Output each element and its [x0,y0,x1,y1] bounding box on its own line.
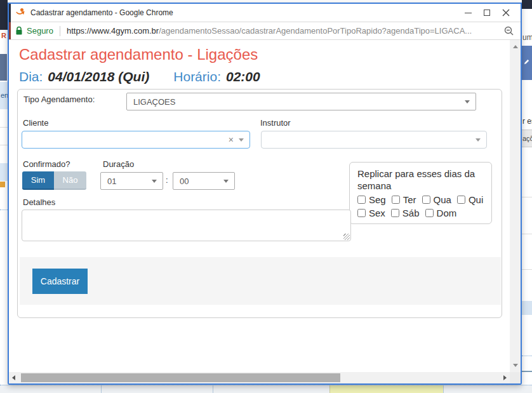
detalhes-label: Detalhes [23,197,55,208]
detalhes-textarea[interactable] [22,210,351,241]
close-icon [502,9,510,17]
background-page-bottom [0,385,532,393]
dia-dom-checkbox[interactable] [425,209,434,217]
duracao-hours-select[interactable]: 01 [100,172,163,190]
background-header-block [0,54,7,81]
clear-selection-icon[interactable]: × [229,135,234,144]
background-blue-header [522,46,532,80]
dia-dom-label: Dom [437,208,457,218]
dia-sex: Sex [357,208,385,218]
minimize-icon [465,13,472,13]
dia-value: 04/01/2018 (Qui) [48,69,149,84]
window-titlebar[interactable]: Cadastrar agendamento - Google Chrome [9,4,521,22]
duracao-separator: : [166,175,168,185]
confirmado-no-button[interactable]: Não [54,171,86,190]
confirmado-toggle: Sim Não [22,171,86,190]
scroll-down-icon[interactable] [513,364,518,367]
tipo-agendamento-value: LIGAÇOES [127,97,465,107]
form-footer: Cadastrar [20,257,501,305]
security-label: Seguro [27,26,53,36]
dia-qui-label: Qui [469,194,483,205]
instrutor-select[interactable] [261,131,487,149]
appointment-form-panel: Tipo Agendamento: LIGAÇOES Cliente × Ins… [17,89,502,318]
dia-seg: Seg [357,194,386,205]
duracao-label: Duração [103,159,134,170]
confirmado-yes-button[interactable]: Sim [22,171,54,190]
page-title: Cadastrar agendamento - Ligações [19,46,258,63]
dia-dom: Dom [425,208,457,218]
site-favicon-icon [15,8,25,18]
dia-ter: Ter [392,194,416,205]
dia-qua-label: Qua [434,194,451,205]
background-text-fragment: ent [1,91,8,99]
tipo-agendamento-select[interactable]: LIGAÇOES [126,93,476,110]
instrutor-label: Instrutor [260,118,291,128]
chevron-down-icon [239,138,244,142]
background-text-fragment: açõ [522,135,532,142]
dia-qua: Qua [422,194,451,205]
dias-row-1: Seg Ter Qua Qui [357,194,491,205]
dia-ter-label: Ter [403,194,416,205]
background-orange-block [0,182,5,187]
window-edge-artifact [9,4,11,22]
close-button[interactable] [496,5,515,20]
dia-label: Dia: [19,69,43,84]
dia-qui: Qui [457,194,483,205]
dia-seg-checkbox[interactable] [357,196,366,204]
background-text-fragment: r es [522,117,532,126]
vertical-scrollbar[interactable] [510,40,521,372]
background-gray-box: açõ [522,130,532,147]
dia-qua-checkbox[interactable] [422,196,430,204]
chevron-down-icon [152,180,157,183]
background-column-line [213,385,213,393]
horizontal-scrollbar[interactable] [9,372,510,383]
scrollbar-corner [510,372,521,383]
background-row-line [522,234,532,234]
window-edge-artifact [9,22,11,39]
dia-qui-checkbox[interactable] [457,196,465,204]
appointment-datetime: Dia: 04/01/2018 (Qui) Horário: 02:00 [19,69,260,84]
url-domain: https://www.4gym.com.br [67,26,159,36]
url-bar[interactable]: Seguro https://www.4gym.com.br/agendamen… [9,22,521,40]
replicar-dias-box: Replicar para esses dias da semana Seg T… [349,162,492,224]
horizontal-scrollbar-thumb[interactable] [21,373,340,382]
tipo-agendamento-label: Tipo Agendamento: [23,95,95,105]
window-title: Cadastrar agendamento - Google Chrome [30,8,173,17]
cliente-select[interactable]: × [22,131,250,149]
maximize-button[interactable] [477,5,496,20]
background-page-right: um r es açõ [522,0,532,393]
scroll-up-icon[interactable] [513,45,518,48]
replicar-title: Replicar para esses dias da semana [357,168,484,192]
scroll-left-icon[interactable] [12,375,15,380]
background-dark-bar [522,0,532,9]
url-divider [60,26,60,36]
background-dotted-line [0,210,8,210]
background-row-highlight: ent [0,82,8,109]
background-row-line [522,269,532,270]
dia-sab-checkbox[interactable] [391,209,399,217]
dia-sex-checkbox[interactable] [357,209,366,217]
url-text[interactable]: https://www.4gym.com.br/agendamentoSessa… [67,26,499,36]
confirmado-label: Confirmado? [23,159,70,170]
dia-ter-checkbox[interactable] [392,196,400,204]
minimize-button[interactable] [458,5,477,20]
dias-row-2: Sex Sáb Dom [357,208,491,218]
scroll-right-icon[interactable] [503,375,507,380]
chevron-down-icon [475,138,481,142]
duracao-minutes-value: 00 [173,177,223,186]
background-row-highlight [522,301,532,315]
background-dark-bar [0,0,8,30]
horario-value: 02:00 [226,69,260,84]
cadastrar-button[interactable]: Cadastrar [32,269,88,294]
background-column-line [101,385,102,393]
background-text-fragment: um [522,33,532,42]
duracao-minutes-select[interactable]: 00 [173,172,235,190]
background-yellow-cell [329,385,444,393]
background-row-line [0,145,8,145]
zoom-out-icon[interactable] [504,26,514,36]
secure-lock-icon [15,26,23,36]
window-controls [458,4,515,22]
background-row-line [522,197,532,197]
duracao-hours-value: 01 [101,177,152,186]
chrome-popup-window: Cadastrar agendamento - Google Chrome Se… [8,3,522,385]
